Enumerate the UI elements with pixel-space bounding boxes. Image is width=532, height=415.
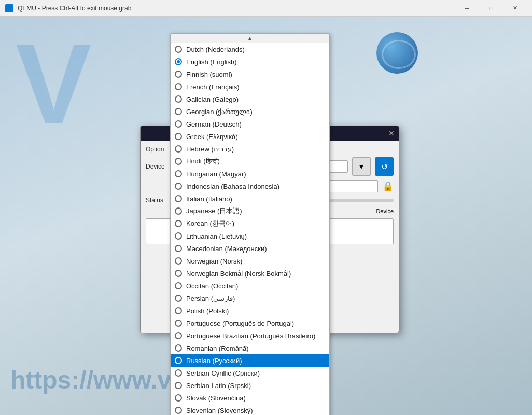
lang-item-korean[interactable]: Korean (한국어)	[171, 217, 329, 230]
dropdown-button[interactable]: ▼	[352, 157, 371, 176]
lang-label-norwegian-bokmal: Norwegian Bokmål (Norsk Bokmål)	[186, 270, 291, 278]
radio-serbian-latin	[175, 382, 182, 389]
lang-item-hindi[interactable]: Hindi (हिन्दी)	[171, 155, 329, 168]
lang-label-occitan: Occitan (Occitan)	[186, 282, 238, 290]
lang-item-finnish[interactable]: Finnish (suomi)	[171, 68, 329, 80]
lock-icon: 🔒	[382, 181, 394, 192]
window-controls: ─ □ ✕	[455, 0, 527, 17]
radio-hungarian	[175, 170, 182, 177]
radio-french	[175, 83, 182, 90]
radio-galician	[175, 95, 182, 103]
lang-label-lithuanian: Lithuanian (Lietuvių)	[186, 232, 247, 240]
radio-italian	[175, 195, 182, 202]
radio-portuguese-br	[175, 332, 182, 339]
lang-item-serbian-latin[interactable]: Serbian Latin (Srpski)	[171, 379, 329, 392]
background-url: https://www.v	[10, 366, 171, 394]
lang-label-persian: Persian (فارسی)	[186, 295, 235, 302]
lang-label-serbian-latin: Serbian Latin (Srpski)	[186, 382, 251, 390]
lang-item-persian[interactable]: Persian (فارسی)	[171, 292, 329, 305]
lang-item-norwegian[interactable]: Norwegian (Norsk)	[171, 255, 329, 267]
lang-label-finnish: Finnish (suomi)	[186, 71, 232, 78]
panel-close-button[interactable]: ✕	[388, 129, 395, 137]
radio-portuguese	[175, 320, 182, 327]
lang-label-portuguese-br: Portuguese Brazilian (Português Brasilei…	[186, 332, 315, 340]
title-bar: QEMU - Press Ctrl-Alt to exit mouse grab…	[0, 0, 532, 17]
lang-label-japanese: Japanese (日本語)	[186, 206, 242, 216]
radio-lithuanian	[175, 232, 182, 240]
title-bar-text: QEMU - Press Ctrl-Alt to exit mouse grab	[18, 5, 455, 12]
lang-item-japanese[interactable]: Japanese (日本語)	[171, 205, 329, 217]
radio-polish	[175, 307, 182, 314]
lang-item-norwegian-bokmal[interactable]: Norwegian Bokmål (Norsk Bokmål)	[171, 267, 329, 280]
radio-georgian	[175, 108, 182, 115]
radio-slovak	[175, 394, 182, 402]
radio-romanian	[175, 344, 182, 352]
lang-label-hindi: Hindi (हिन्दी)	[186, 157, 220, 165]
lang-label-italian: Italian (Italiano)	[186, 195, 232, 203]
refresh-button[interactable]: ↺	[375, 157, 394, 176]
background-usb-icon	[376, 32, 428, 79]
lang-item-hebrew[interactable]: Hebrew (עברית)	[171, 143, 329, 155]
lang-item-lithuanian[interactable]: Lithuanian (Lietuvių)	[171, 230, 329, 242]
lang-label-german: German (Deutsch)	[186, 120, 242, 128]
lang-label-galician: Galician (Galego)	[186, 95, 239, 103]
scroll-up-arrow[interactable]: ▲	[171, 34, 329, 43]
lang-label-romanian: Romanian (Română)	[186, 344, 249, 352]
radio-serbian-cyrillic	[175, 369, 182, 377]
lang-label-english: English (English)	[186, 58, 237, 66]
radio-greek	[175, 133, 182, 140]
lang-label-korean: Korean (한국어)	[186, 219, 234, 228]
lang-item-polish[interactable]: Polish (Polski)	[171, 305, 329, 317]
language-dropdown: ▲ Dutch (Nederlands)English (English)Fin…	[170, 33, 330, 415]
lang-item-greek[interactable]: Greek (Ελληνικά)	[171, 130, 329, 143]
lang-item-occitan[interactable]: Occitan (Occitan)	[171, 280, 329, 292]
radio-norwegian	[175, 257, 182, 265]
lang-item-slovak[interactable]: Slovak (Slovenčina)	[171, 392, 329, 404]
background-logo: V	[16, 27, 92, 141]
minimize-button[interactable]: ─	[455, 0, 479, 17]
lang-label-slovenian: Slovenian (Slovenský)	[186, 407, 253, 414]
close-button[interactable]: ✕	[503, 0, 527, 17]
radio-slovenian	[175, 407, 182, 414]
lang-label-norwegian: Norwegian (Norsk)	[186, 257, 242, 265]
lang-item-portuguese[interactable]: Portuguese (Português de Portugal)	[171, 317, 329, 329]
lang-item-indonesian[interactable]: Indonesian (Bahasa Indonesia)	[171, 180, 329, 192]
lang-item-macedonian[interactable]: Macedonian (Македонски)	[171, 242, 329, 255]
lang-item-serbian-cyrillic[interactable]: Serbian Cyrillic (Српски)	[171, 367, 329, 379]
lang-item-english[interactable]: English (English)	[171, 56, 329, 68]
lang-item-russian[interactable]: Russian (Русский)	[171, 354, 329, 367]
maximize-button[interactable]: □	[479, 0, 503, 17]
lang-item-romanian[interactable]: Romanian (Română)	[171, 342, 329, 354]
lang-item-georgian[interactable]: Georgian (ქართული)	[171, 105, 329, 118]
lang-item-french[interactable]: French (Français)	[171, 80, 329, 93]
lang-item-hungarian[interactable]: Hungarian (Magyar)	[171, 168, 329, 180]
main-content: V https://www.v ✕ Option Device ▼ ↺ 🔒	[0, 17, 532, 415]
language-list: Dutch (Nederlands)English (English)Finni…	[171, 43, 329, 415]
lang-label-georgian: Georgian (ქართული)	[186, 108, 253, 116]
lang-item-slovenian[interactable]: Slovenian (Slovenský)	[171, 404, 329, 415]
radio-indonesian	[175, 183, 182, 190]
radio-japanese	[175, 208, 182, 215]
lang-label-portuguese: Portuguese (Português de Portugal)	[186, 320, 294, 327]
radio-german	[175, 120, 182, 128]
radio-finnish	[175, 71, 182, 78]
lang-label-russian: Russian (Русский)	[186, 357, 242, 365]
lang-label-hebrew: Hebrew (עברית)	[186, 145, 234, 153]
lang-label-hungarian: Hungarian (Magyar)	[186, 170, 246, 178]
radio-norwegian-bokmal	[175, 270, 182, 277]
lang-item-dutch[interactable]: Dutch (Nederlands)	[171, 43, 329, 56]
usb-globe	[376, 32, 418, 74]
lang-label-slovak: Slovak (Slovenčina)	[186, 394, 246, 402]
lang-item-german[interactable]: German (Deutsch)	[171, 118, 329, 130]
lang-label-indonesian: Indonesian (Bahasa Indonesia)	[186, 183, 279, 190]
lang-label-dutch: Dutch (Nederlands)	[186, 46, 245, 53]
lang-item-galician[interactable]: Galician (Galego)	[171, 93, 329, 105]
radio-persian	[175, 295, 182, 302]
lang-label-polish: Polish (Polski)	[186, 307, 229, 315]
radio-hindi	[175, 158, 182, 165]
lang-item-italian[interactable]: Italian (Italiano)	[171, 192, 329, 205]
lang-label-greek: Greek (Ελληνικά)	[186, 133, 238, 141]
device-section-label: Device	[376, 208, 394, 214]
lang-item-portuguese-br[interactable]: Portuguese Brazilian (Português Brasilei…	[171, 329, 329, 342]
radio-dutch	[175, 46, 182, 53]
